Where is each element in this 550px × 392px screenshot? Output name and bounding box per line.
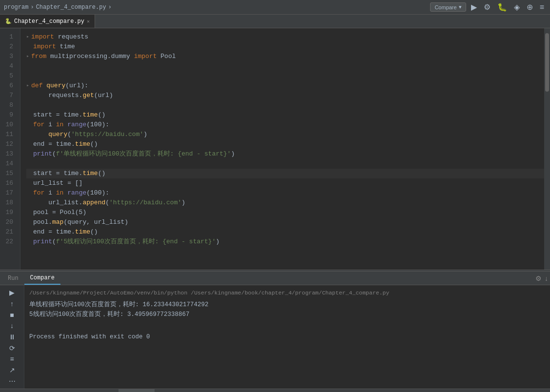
line-number-7: 7: [0, 91, 16, 100]
panel-tab-run-label: Run: [8, 275, 19, 282]
panel-tab-compare-label: Compare: [30, 274, 55, 281]
run-down-button[interactable]: ↓: [6, 321, 18, 331]
coverage-button[interactable]: ◈: [512, 1, 522, 13]
line-number-19: 19: [0, 208, 16, 217]
code-line-12: end = time.time(): [26, 139, 544, 149]
code-line-10: for i in range(100):: [26, 120, 544, 130]
line-number-11: 11: [0, 130, 16, 139]
fold-marker-1[interactable]: ▸: [26, 32, 29, 42]
code-line-13: print(f'单线程循环访问100次百度首页，耗时: {end - start…: [26, 149, 544, 159]
run-rerun-button[interactable]: ⟳: [6, 343, 18, 353]
status-tab-python-console[interactable]: 🐍 Python Console: [4, 389, 72, 392]
output-line-3: Process finished with exit code 0: [29, 332, 545, 342]
line-number-1: 1: [0, 32, 16, 42]
line-number-18: 18: [0, 198, 16, 208]
line-number-9: 9: [0, 110, 16, 120]
fold-marker-6[interactable]: ▸: [26, 81, 29, 91]
code-line-15: start = time.time(): [26, 169, 544, 178]
status-tab-todo[interactable]: ☑ 6: TODO: [205, 389, 245, 392]
compare-label: Compare: [434, 4, 456, 10]
code-line-1: ▸import requests: [26, 32, 544, 42]
code-line-22: print(f'5线程访问100次百度首页，耗时: {end - start}'…: [26, 237, 544, 247]
line-number-22: 22: [0, 237, 16, 247]
tab-python-icon: 🐍: [5, 18, 12, 24]
line-number-17: 17: [0, 188, 16, 198]
run-pause-button[interactable]: ⏸: [6, 333, 18, 342]
line-number-5: 5: [0, 71, 16, 81]
debug-button[interactable]: 🐛: [495, 1, 509, 13]
panel-tab-run[interactable]: Run: [2, 272, 24, 285]
status-bar: 🐍 Python Console ▣ Terminal ▶ 4: Run 🐛 5…: [0, 389, 550, 392]
run-up-button[interactable]: ↑: [6, 299, 18, 309]
line-numbers: 12345678910111213141516171819202122: [0, 28, 20, 270]
code-line-3: ▸from multiprocessing.dummy import Pool: [26, 52, 544, 61]
panel-settings-button[interactable]: ⚙: [535, 274, 542, 282]
run-command-line: /Users/kingname/Project/AutoEmo/venv/bin…: [29, 288, 545, 298]
code-line-9: start = time.time(): [26, 110, 544, 120]
fold-marker-3[interactable]: ▸: [26, 52, 29, 61]
line-number-20: 20: [0, 217, 16, 227]
line-number-12: 12: [0, 139, 16, 149]
breadcrumb-program: program: [4, 4, 28, 11]
status-tab-debug[interactable]: 🐛 5: Debug: [157, 389, 203, 392]
code-line-5: [26, 71, 544, 81]
line-number-4: 4: [0, 61, 16, 71]
line-number-13: 13: [0, 149, 16, 159]
run-more-button[interactable]: ⋯: [6, 376, 18, 386]
line-number-21: 21: [0, 227, 16, 237]
bottom-panel: Run Compare ⚙ ↓ ▶ ↑ ■ ↓ ⏸ ⟳ ≡ ↗ ⋯ /Users…: [0, 272, 550, 389]
editor-tab-bar: 🐍 Chapter_4_compare.py ✕: [0, 15, 550, 28]
run-output-lines: 单线程循环访问100次百度首页，耗时: 16.2334430217742​925…: [29, 300, 545, 342]
breadcrumb: program › Chapter_4_compare.py ›: [4, 4, 112, 11]
run-output-area: ▶ ↑ ■ ↓ ⏸ ⟳ ≡ ↗ ⋯ /Users/kingname/Projec…: [0, 285, 550, 389]
line-number-16: 16: [0, 178, 16, 188]
code-line-8: [26, 100, 544, 110]
code-line-6: ▸def query(url):: [26, 81, 544, 91]
breadcrumb-sep: ›: [30, 4, 34, 11]
tab-filename: Chapter_4_compare.py: [14, 18, 84, 25]
output-line-1: 5线程访问100次百度首页，耗时: 3.495969772338867: [29, 310, 545, 319]
editor-area: 12345678910111213141516171819202122 ▸imp…: [0, 28, 550, 270]
panel-pin-button[interactable]: ↓: [545, 274, 548, 282]
code-line-14: [26, 159, 544, 169]
code-line-21: end = time.time(): [26, 227, 544, 237]
profile-button[interactable]: ⊕: [525, 1, 535, 13]
code-line-17: for i in range(100):: [26, 188, 544, 198]
more-button[interactable]: ≡: [538, 2, 546, 13]
panel-tab-bar: Run Compare ⚙ ↓: [0, 272, 550, 285]
toolbar: program › Chapter_4_compare.py › Compare…: [0, 0, 550, 15]
editor-tab-chapter4[interactable]: 🐍 Chapter_4_compare.py ✕: [0, 15, 95, 28]
code-line-19: pool = Pool(5): [26, 208, 544, 217]
code-line-7: requests.get(url): [26, 91, 544, 100]
breadcrumb-file: Chapter_4_compare.py: [36, 4, 106, 11]
code-line-11: query('https://baidu.com'): [26, 130, 544, 139]
output-line-0: 单线程循环访问100次百度首页，耗时: 16.2334430217742​92: [29, 300, 545, 310]
run-button[interactable]: ▶: [469, 1, 479, 13]
tab-close-button[interactable]: ✕: [87, 19, 90, 24]
breadcrumb-end-sep: ›: [108, 4, 112, 11]
run-list-button[interactable]: ≡: [6, 354, 18, 364]
run-output-content: /Users/kingname/Project/AutoEmo/venv/bin…: [24, 285, 550, 389]
status-tab-run[interactable]: ▶ 4: Run: [118, 389, 155, 392]
run-play-button[interactable]: ▶: [6, 288, 18, 297]
line-number-14: 14: [0, 159, 16, 169]
line-number-2: 2: [0, 42, 16, 52]
code-line-20: pool.map(query, url_list): [26, 217, 544, 227]
compare-button[interactable]: Compare ▾: [430, 2, 466, 12]
code-line-16: url_list = []: [26, 178, 544, 188]
panel-tab-compare[interactable]: Compare: [24, 272, 60, 285]
editor-scrollbar[interactable]: [544, 28, 550, 270]
run-config-button[interactable]: ⚙: [482, 1, 492, 13]
run-export-button[interactable]: ↗: [6, 366, 18, 375]
line-number-8: 8: [0, 100, 16, 110]
line-number-10: 10: [0, 120, 16, 130]
run-stop-button[interactable]: ■: [6, 310, 18, 319]
compare-dropdown-icon: ▾: [459, 4, 462, 10]
scrollbar-thumb[interactable]: [545, 33, 549, 92]
line-number-6: 6: [0, 81, 16, 91]
line-number-15: 15: [0, 169, 16, 178]
code-line-18: url_list.append('https://baidu.com'): [26, 198, 544, 208]
panel-settings: ⚙ ↓: [535, 274, 548, 282]
code-editor[interactable]: ▸import requestsimport time▸from multipr…: [20, 28, 544, 270]
status-tab-terminal[interactable]: ▣ Terminal: [74, 389, 117, 392]
